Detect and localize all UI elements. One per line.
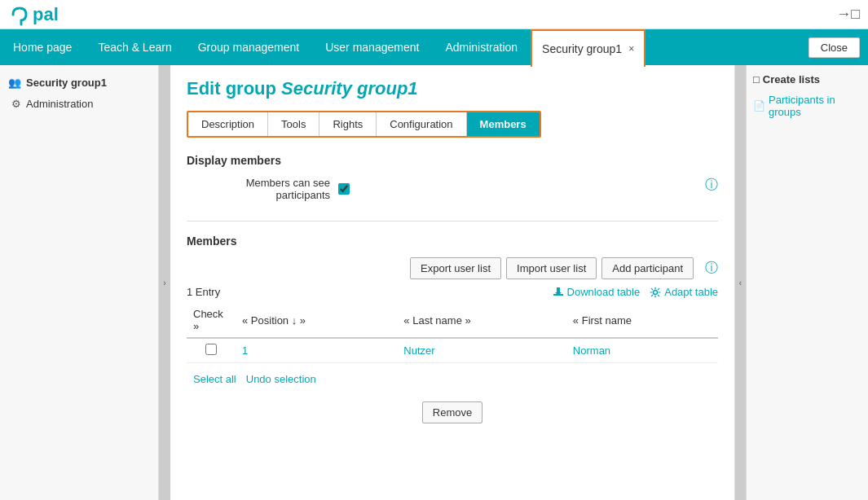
close-btn-wrap: Close bbox=[809, 37, 868, 58]
section-divider bbox=[187, 221, 718, 221]
col-check: Check » bbox=[187, 303, 236, 338]
table-header-row: Check » « Position ↓ » « Last name » « F… bbox=[187, 303, 718, 338]
table-actions: Download table Adapt table bbox=[553, 286, 718, 298]
tab-configuration[interactable]: Configuration bbox=[377, 112, 466, 136]
col-firstname[interactable]: « First name bbox=[566, 303, 718, 338]
download-icon bbox=[553, 287, 564, 298]
sidebar-group-label: Security group1 bbox=[26, 77, 107, 89]
row-lastname-link[interactable]: Nutzer bbox=[403, 344, 434, 357]
entry-count: 1 Entry bbox=[187, 286, 220, 298]
tab-rights[interactable]: Rights bbox=[319, 112, 377, 136]
main-layout: 👥 Security group1 ⚙ Administration › Edi… bbox=[0, 65, 868, 500]
members-help-icon[interactable]: ⓘ bbox=[705, 260, 718, 277]
tabs-container: Description Tools Rights Configuration M… bbox=[187, 111, 541, 138]
row-lastname: Nutzer bbox=[397, 338, 566, 363]
row-checkbox-cell bbox=[187, 338, 236, 363]
svg-rect-1 bbox=[557, 287, 560, 293]
select-all-link[interactable]: Select all bbox=[193, 373, 236, 385]
row-position-link[interactable]: 1 bbox=[242, 344, 248, 357]
tab-tools[interactable]: Tools bbox=[268, 112, 319, 136]
gear-icon bbox=[650, 287, 661, 298]
display-members-section: Display members Members can seeparticipa… bbox=[187, 154, 718, 201]
sidebar-group-icon: 👥 bbox=[8, 77, 21, 89]
sidebar-admin-label: Administration bbox=[26, 98, 93, 110]
right-panel-collapse-icon[interactable]: □ bbox=[753, 73, 760, 86]
row-checkbox[interactable] bbox=[205, 344, 217, 355]
content-area: Edit group Security group1 Description T… bbox=[170, 65, 734, 500]
members-table: Check » « Position ↓ » « Last name » « F… bbox=[187, 303, 718, 363]
col-position[interactable]: « Position ↓ » bbox=[236, 303, 397, 338]
logo: pal bbox=[8, 3, 59, 26]
participants-in-groups-link[interactable]: 📄 Participants in groups bbox=[753, 92, 861, 120]
right-panel: □ Create lists 📄 Participants in groups bbox=[746, 65, 868, 500]
nav-tab-label: Security group1 bbox=[542, 42, 622, 55]
page-title: Edit group Security group1 bbox=[187, 78, 718, 99]
nav-tab-security-group[interactable]: Security group1 × bbox=[531, 29, 645, 67]
undo-selection-link[interactable]: Undo selection bbox=[246, 373, 316, 385]
row-firstname: Norman bbox=[566, 338, 718, 363]
top-bar: pal →□ bbox=[0, 0, 868, 29]
nav-bar: Home page Teach & Learn Group management… bbox=[0, 29, 868, 65]
svg-point-3 bbox=[654, 290, 658, 294]
page-title-prefix: Edit group bbox=[187, 78, 281, 99]
remove-button[interactable]: Remove bbox=[422, 401, 482, 423]
display-members-help-icon[interactable]: ⓘ bbox=[705, 177, 718, 194]
display-members-title: Display members bbox=[187, 154, 718, 167]
sidebar-admin-icon: ⚙ bbox=[11, 98, 21, 110]
adapt-table-link[interactable]: Adapt table bbox=[650, 286, 718, 298]
table-meta-row: 1 Entry Download table Adapt table bbox=[187, 286, 718, 298]
logo-text: pal bbox=[33, 4, 59, 25]
nav-user[interactable]: User management bbox=[312, 29, 432, 65]
sidebar-collapse-arrow[interactable]: › bbox=[159, 65, 170, 500]
select-row: Select all Undo selection bbox=[187, 370, 718, 388]
export-user-list-button[interactable]: Export user list bbox=[410, 257, 501, 279]
row-firstname-link[interactable]: Norman bbox=[573, 344, 610, 357]
close-button[interactable]: Close bbox=[809, 37, 860, 58]
nav-tab-close-icon[interactable]: × bbox=[628, 43, 634, 55]
download-table-link[interactable]: Download table bbox=[553, 286, 641, 298]
add-participant-button[interactable]: Add participant bbox=[601, 257, 694, 279]
page-title-name: Security group1 bbox=[281, 78, 417, 99]
col-lastname[interactable]: « Last name » bbox=[397, 303, 566, 338]
logout-icon[interactable]: →□ bbox=[836, 6, 860, 23]
nav-teach[interactable]: Teach & Learn bbox=[85, 29, 184, 65]
members-section-title: Members bbox=[187, 235, 718, 248]
sidebar: 👥 Security group1 ⚙ Administration bbox=[0, 65, 159, 500]
members-can-see-label: Members can seeparticipants bbox=[200, 177, 330, 201]
sidebar-item-security-group[interactable]: 👥 Security group1 bbox=[0, 72, 158, 94]
members-can-see-row: Members can seeparticipants bbox=[200, 177, 350, 201]
right-collapse-arrow[interactable]: ‹ bbox=[734, 65, 746, 500]
right-panel-title: Create lists bbox=[763, 73, 820, 86]
participants-link-icon: 📄 bbox=[753, 100, 765, 112]
tab-description[interactable]: Description bbox=[188, 112, 268, 136]
table-row: 1 Nutzer Norman bbox=[187, 338, 718, 363]
nav-home[interactable]: Home page bbox=[0, 29, 85, 65]
members-can-see-checkbox[interactable] bbox=[338, 183, 350, 195]
right-panel-header: □ Create lists bbox=[753, 73, 861, 86]
remove-btn-wrap: Remove bbox=[187, 401, 718, 423]
row-position: 1 bbox=[236, 338, 397, 363]
sidebar-item-administration[interactable]: ⚙ Administration bbox=[0, 94, 158, 114]
members-section: Members Export user list Import user lis… bbox=[187, 235, 718, 423]
logo-icon bbox=[8, 3, 31, 26]
nav-admin[interactable]: Administration bbox=[432, 29, 531, 65]
nav-group[interactable]: Group management bbox=[185, 29, 313, 65]
tab-members[interactable]: Members bbox=[467, 112, 540, 136]
participants-link-label: Participants in groups bbox=[769, 94, 861, 118]
import-user-list-button[interactable]: Import user list bbox=[506, 257, 597, 279]
